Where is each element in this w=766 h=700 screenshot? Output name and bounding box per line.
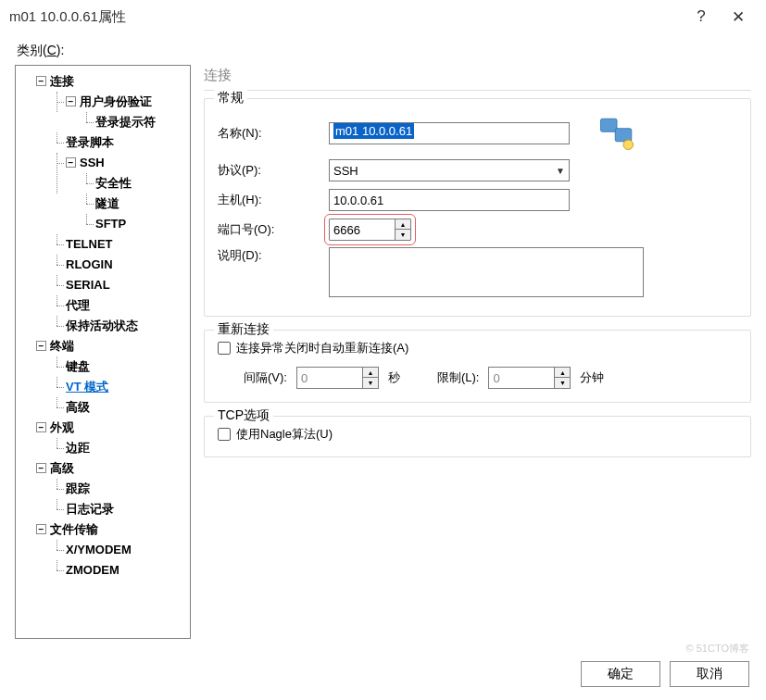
tree-proxy[interactable]: 代理 xyxy=(66,298,90,312)
expand-icon[interactable]: − xyxy=(36,463,46,473)
category-tree[interactable]: −连接 −用户身份验证 登录提示符 登录脚本 −SSH 安全性 隧道 SFTP xyxy=(15,65,191,639)
auto-reconnect-checkbox[interactable]: 连接异常关闭时自动重新连接(A) xyxy=(218,340,408,356)
checkbox-icon xyxy=(218,342,231,355)
tree-user-auth[interactable]: 用户身份验证 xyxy=(80,94,152,108)
port-input[interactable] xyxy=(330,219,395,240)
tree-logging[interactable]: 日志记录 xyxy=(66,502,114,516)
panel-header: 连接 xyxy=(204,65,751,91)
expand-icon[interactable]: − xyxy=(36,422,46,432)
tree-connection[interactable]: 连接 xyxy=(50,74,74,88)
tree-telnet[interactable]: TELNET xyxy=(66,237,113,251)
interval-label: 间隔(V): xyxy=(244,369,287,386)
tree-sftp[interactable]: SFTP xyxy=(95,217,126,231)
tree-tunnel[interactable]: 隧道 xyxy=(95,196,119,210)
spin-up-icon[interactable]: ▲ xyxy=(555,368,570,378)
interval-stepper[interactable]: ▲▼ xyxy=(296,367,379,389)
group-general-title: 常规 xyxy=(214,90,247,106)
tree-serial[interactable]: SERIAL xyxy=(66,278,110,292)
name-input[interactable]: m01 10.0.0.61 xyxy=(329,122,570,144)
tree-keyboard[interactable]: 键盘 xyxy=(66,359,90,373)
tree-keepalive[interactable]: 保持活动状态 xyxy=(66,319,138,332)
checkbox-icon xyxy=(218,428,231,441)
group-reconnect-title: 重新连接 xyxy=(214,321,273,338)
expand-icon[interactable]: − xyxy=(66,96,76,106)
port-stepper[interactable]: ▲▼ xyxy=(329,219,411,241)
cancel-button[interactable]: 取消 xyxy=(670,661,749,687)
nagle-checkbox[interactable]: 使用Nagle算法(U) xyxy=(218,426,333,443)
protocol-select[interactable]: SSH ▼ xyxy=(329,159,570,181)
tree-advanced[interactable]: 高级 xyxy=(50,461,74,475)
category-label: 类别(C): xyxy=(17,43,751,59)
tree-ssh[interactable]: SSH xyxy=(80,156,105,169)
spin-down-icon[interactable]: ▼ xyxy=(363,378,378,388)
limit-stepper[interactable]: ▲▼ xyxy=(488,367,571,389)
tree-advanced-term[interactable]: 高级 xyxy=(66,400,90,414)
watermark: © 51CTO博客 xyxy=(686,642,749,656)
name-label: 名称(N): xyxy=(218,125,329,142)
tree-appearance[interactable]: 外观 xyxy=(50,420,74,434)
tree-login-script[interactable]: 登录脚本 xyxy=(66,135,114,149)
interval-unit: 秒 xyxy=(388,369,400,386)
ok-button[interactable]: 确定 xyxy=(581,661,660,687)
group-tcp: TCP选项 使用Nagle算法(U) xyxy=(204,416,751,457)
limit-unit: 分钟 xyxy=(580,369,604,386)
tree-login-prompt[interactable]: 登录提示符 xyxy=(95,115,156,129)
tree-vt-mode[interactable]: VT 模式 xyxy=(66,380,108,394)
tree-rlogin[interactable]: RLOGIN xyxy=(66,257,113,271)
tree-margin[interactable]: 边距 xyxy=(66,441,90,455)
limit-input[interactable] xyxy=(489,368,554,388)
chevron-down-icon: ▼ xyxy=(556,166,565,176)
desc-label: 说明(D): xyxy=(218,247,329,264)
limit-label: 限制(L): xyxy=(437,369,480,386)
titlebar: m01 10.0.0.61属性 ? ✕ xyxy=(0,0,766,33)
group-general: 常规 名称(N): m01 10.0.0.61 xyxy=(204,98,751,317)
help-button[interactable]: ? xyxy=(683,7,720,26)
expand-icon[interactable]: − xyxy=(36,341,46,351)
group-tcp-title: TCP选项 xyxy=(214,407,273,424)
protocol-label: 协议(P): xyxy=(218,162,329,179)
host-label: 主机(H): xyxy=(218,192,329,208)
tree-trace[interactable]: 跟踪 xyxy=(66,481,90,495)
expand-icon[interactable]: − xyxy=(66,157,76,168)
spin-down-icon[interactable]: ▼ xyxy=(396,230,410,240)
expand-icon[interactable]: − xyxy=(36,524,46,534)
host-input[interactable] xyxy=(329,189,570,211)
svg-rect-0 xyxy=(601,119,618,131)
interval-input[interactable] xyxy=(297,368,362,388)
desc-textarea[interactable] xyxy=(329,247,644,297)
connection-icon xyxy=(597,114,636,153)
window-title: m01 10.0.0.61属性 xyxy=(9,8,683,26)
close-button[interactable]: ✕ xyxy=(720,7,757,27)
settings-panel: 连接 常规 名称(N): m01 10.0.0.61 xyxy=(204,65,751,639)
tree-zmodem[interactable]: ZMODEM xyxy=(66,563,119,577)
expand-icon[interactable]: − xyxy=(36,76,46,86)
spin-up-icon[interactable]: ▲ xyxy=(396,219,410,230)
port-label: 端口号(O): xyxy=(218,221,329,238)
group-reconnect: 重新连接 连接异常关闭时自动重新连接(A) 间隔(V): ▲▼ 秒 xyxy=(204,330,751,403)
tree-security[interactable]: 安全性 xyxy=(95,176,132,190)
tree-terminal[interactable]: 终端 xyxy=(50,339,74,353)
spin-down-icon[interactable]: ▼ xyxy=(555,378,570,388)
tree-xymodem[interactable]: X/YMODEM xyxy=(66,543,132,556)
svg-point-2 xyxy=(623,140,634,150)
spin-up-icon[interactable]: ▲ xyxy=(363,368,378,378)
tree-file-transfer[interactable]: 文件传输 xyxy=(50,522,98,536)
